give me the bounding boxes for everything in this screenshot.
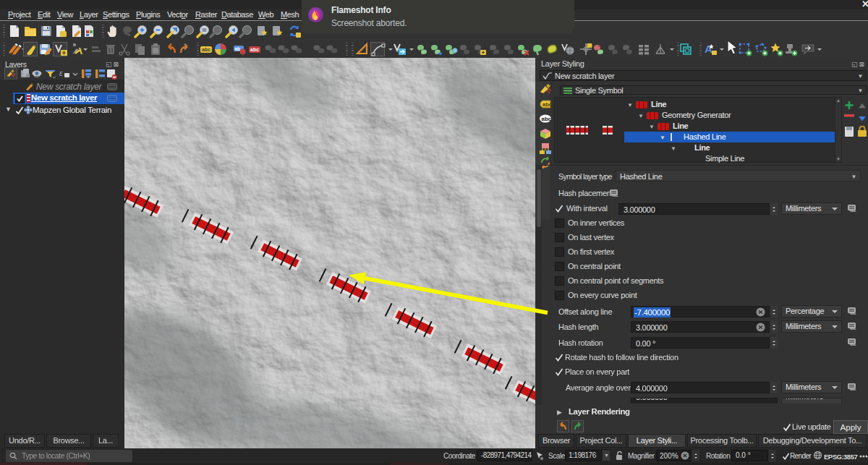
svg-text:abc: abc <box>202 47 210 52</box>
svg-text:abc: abc <box>542 116 552 122</box>
svg-text:abc: abc <box>250 47 259 52</box>
svg-text:ab: ab <box>235 46 241 51</box>
svg-text:abc: abc <box>542 101 552 108</box>
svg-text:ε: ε <box>59 69 63 77</box>
